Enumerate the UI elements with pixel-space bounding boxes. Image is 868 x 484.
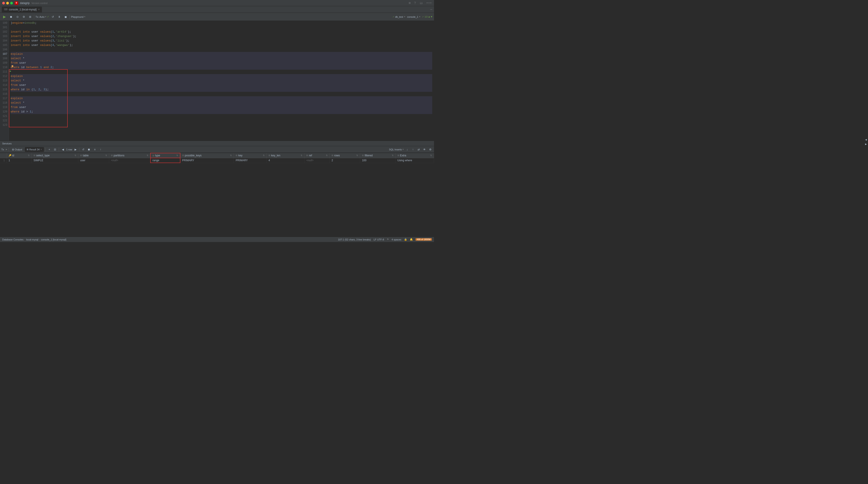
tx-indicator[interactable]: Tx: Auto ▾ ✓ (35, 15, 49, 18)
col-key-len[interactable]: ⊞ key_len ⇅ (267, 153, 304, 158)
console-selector[interactable]: console_1 ▾ (407, 15, 421, 18)
bt-sep-4 (79, 148, 80, 151)
key-len-cell[interactable]: 4 (267, 158, 304, 163)
type-cell[interactable]: range (150, 158, 180, 163)
next-page-button[interactable]: ▶ (73, 147, 78, 152)
pause-button[interactable]: ⏸ (57, 14, 62, 19)
tab-close-button[interactable]: ✕ (38, 8, 40, 11)
editor-scroll-area[interactable]: ▶ )engine=innodb; insert into user value… (9, 21, 434, 141)
grid-icon: ⊞ (29, 15, 31, 19)
col-type[interactable]: ⊞ type ⇅ (150, 153, 180, 158)
results-num: 13 (425, 15, 428, 18)
more-icon[interactable]: ••• (426, 1, 432, 5)
line-108: 108 (2, 56, 7, 61)
view-button[interactable]: 👁 (422, 147, 427, 152)
minimize-button[interactable] (6, 2, 9, 4)
breadcrumb-local-mysql[interactable]: local-mysql (26, 238, 38, 241)
add-row-button[interactable]: + (47, 147, 52, 152)
reload-button[interactable]: ↺ (81, 147, 86, 152)
table-row[interactable]: 1 1 SIMPLE user <null> range PRIMARY PRI… (0, 158, 434, 163)
console-name: console_1 (407, 15, 418, 18)
notification-icon[interactable]: 🔔 (410, 238, 413, 241)
settings-result-button[interactable]: ⚙ (428, 147, 433, 152)
line-109: 109 (2, 61, 7, 65)
filtered-label: filtered (365, 154, 373, 157)
db-selector[interactable]: ✓ db_test ▾ (393, 15, 405, 18)
stop-query-button[interactable]: ⏹ (87, 147, 91, 152)
copy-button[interactable]: ⊟ (53, 147, 58, 152)
filtered-cell[interactable]: 100 (360, 158, 395, 163)
breadcrumb-console[interactable]: console_1 [local-mysql] (41, 238, 66, 241)
breadcrumb-db-consoles[interactable]: Database Consoles (2, 238, 24, 241)
col-id[interactable]: 🔑 id ⇅ (7, 153, 32, 158)
version-control-menu[interactable]: Version control (31, 2, 48, 4)
col-table[interactable]: ⊞ table ⇅ (78, 153, 109, 158)
bottom-expand-icon[interactable]: ▶ (6, 148, 7, 151)
col-partitions[interactable]: ⊞ partitions ⇅ (109, 153, 150, 158)
maximize-button[interactable] (10, 2, 13, 4)
col-filtered[interactable]: ⊞ filtered ⇅ (360, 153, 395, 158)
prev-page-button[interactable]: ◀ (60, 147, 65, 152)
compare-button[interactable]: ⇄ (416, 147, 421, 152)
filtered-icon: ⊞ (362, 154, 364, 157)
ref-label: ref (309, 154, 312, 157)
download-button[interactable]: ↓ (405, 147, 410, 152)
folder-icon[interactable]: 🗂 (420, 1, 423, 5)
console-tab-icon: ⌨ (4, 8, 7, 11)
console-tab[interactable]: ⌨ console_1 [local-mysql] ✕ (2, 7, 42, 12)
id-cell[interactable]: 1 (7, 158, 32, 163)
col-key[interactable]: ⊞ key ⇅ (234, 153, 267, 158)
table-sort: ⇅ (105, 154, 107, 157)
col-ref[interactable]: ⊞ ref ⇅ (304, 153, 330, 158)
close-button[interactable] (2, 2, 5, 4)
tab-more-icon[interactable]: ⋯ (430, 7, 432, 11)
possible-keys-cell[interactable]: PRIMARY (180, 158, 234, 163)
partitions-cell[interactable]: <null> (109, 158, 150, 163)
grid-button[interactable]: ⊞ (28, 14, 33, 19)
result-tab[interactable]: ⊞ Result 34 ✕ (25, 147, 44, 152)
stop-tx-button[interactable]: ◼ (63, 14, 68, 19)
code-line-106 (11, 47, 432, 52)
indent-info: 4 spaces (392, 238, 401, 241)
sql-inserts-label: SQL Inserts (389, 148, 402, 151)
code-area[interactable]: )engine=innodb; insert into user values(… (9, 21, 434, 127)
rows-label: rows (334, 154, 340, 157)
run-button[interactable]: ▶ (2, 14, 7, 19)
grid-icon[interactable]: ⊞ (409, 1, 410, 5)
stop-tx-icon: ◼ (65, 15, 67, 19)
refresh-button[interactable]: ↺ (50, 14, 55, 19)
key-cell[interactable]: PRIMARY (234, 158, 267, 163)
stop-button[interactable]: ⏹ (8, 14, 14, 19)
results-table[interactable]: 🔑 id ⇅ ⊞ select_type ⇅ (0, 153, 434, 237)
status-right: 107:1 (52 chars, 3 line breaks) LF UTF-8… (338, 238, 432, 241)
col-rownum[interactable] (0, 153, 7, 158)
run-all-button[interactable]: ⊙ (15, 14, 20, 19)
select-type-sort: ⇅ (74, 154, 76, 157)
ref-cell[interactable]: <null> (304, 158, 330, 163)
encoding-info: LF UTF-8 (374, 238, 384, 241)
table-cell[interactable]: user (78, 158, 109, 163)
result-tab-close[interactable]: ✕ (40, 149, 42, 151)
sql-inserts-dropdown[interactable]: SQL Inserts ▾ (389, 148, 404, 151)
extra-cell[interactable]: Using where (395, 158, 434, 163)
col-extra[interactable]: ⊞ Extra ⇅ (395, 153, 434, 158)
playground-indicator[interactable]: Playground ▾ (71, 15, 86, 18)
upload-button[interactable]: ↑ (410, 147, 415, 152)
help-icon[interactable]: ? (414, 1, 416, 5)
db-name: db_test (395, 15, 403, 18)
filtered-sort: ⇅ (392, 154, 394, 157)
code-line-102: insert into user values(1,'ar414'); (11, 30, 432, 34)
settings-button[interactable]: ⚙ (21, 14, 26, 19)
col-rows[interactable]: ⊞ rows ⇅ (330, 153, 360, 158)
rows-cell[interactable]: 2 (330, 158, 360, 163)
col-possible-keys[interactable]: ⊞ possible_keys ⇅ (180, 153, 234, 158)
memory-indicator[interactable]: 486 of 1800M (415, 238, 432, 241)
export-button[interactable]: ↑ (98, 147, 103, 152)
bottom-panel: Services Tx ▶ ▤ Output ⊞ Result 34 ✕ + ⊟… (0, 141, 434, 237)
filter-button[interactable]: ≡ (92, 147, 97, 152)
col-select-type[interactable]: ⊞ select_type ⇅ (32, 153, 78, 158)
rows-icon: ⊞ (332, 154, 333, 157)
output-tab[interactable]: ▤ Output (10, 147, 24, 152)
id-col-icon: 🔑 (9, 154, 11, 157)
select-type-cell[interactable]: SIMPLE (32, 158, 78, 163)
